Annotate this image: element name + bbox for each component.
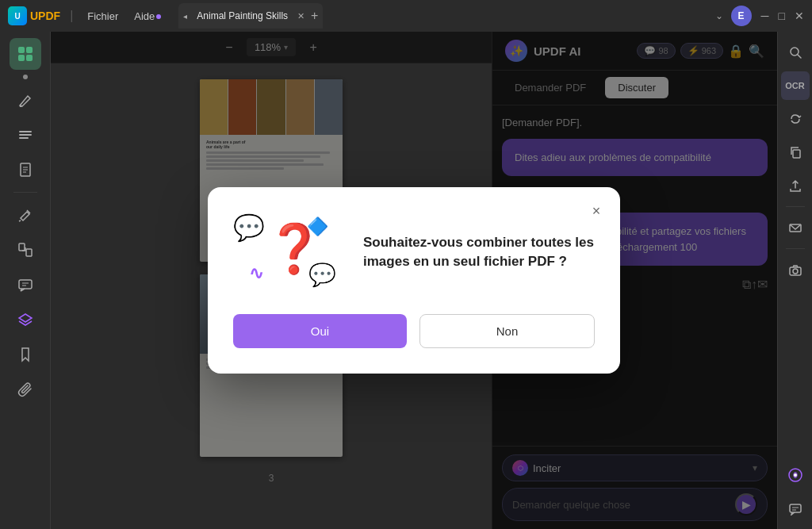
rt-icon-chat-ext[interactable] — [781, 494, 810, 523]
updf-logo-icon: U — [8, 6, 27, 25]
confirm-button[interactable]: Oui — [233, 314, 407, 348]
app-name: UPDF — [30, 10, 60, 22]
sidebar-item-comment[interactable] — [10, 269, 41, 301]
avatar[interactable]: E — [731, 6, 752, 26]
sidebar-item-edit[interactable] — [10, 199, 41, 231]
rt-icon-mail[interactable] — [781, 213, 810, 242]
menu-fichier[interactable]: Fichier — [82, 7, 123, 25]
tab-close-button[interactable]: ✕ — [297, 11, 304, 21]
svg-rect-13 — [19, 243, 25, 251]
app-logo: U UPDF — [8, 6, 60, 25]
cube-icon: 🔷 — [307, 217, 328, 237]
minimize-button[interactable]: ─ — [761, 10, 769, 22]
modal-buttons: Oui Non — [233, 314, 595, 348]
titlebar: U UPDF | Fichier Aide ◂ Animal Painting … — [0, 0, 812, 32]
titlebar-right: ⌄ E ─ □ ✕ — [715, 6, 804, 26]
cancel-button[interactable]: Non — [419, 314, 595, 348]
sidebar-item-brush[interactable] — [10, 84, 41, 116]
maximize-button[interactable]: □ — [779, 10, 785, 22]
rt-icon-upload[interactable] — [781, 171, 810, 200]
svg-rect-14 — [26, 249, 32, 256]
content-area: − 118% ▾ + — [51, 32, 777, 529]
chat-yellow-icon: 💬 — [233, 213, 265, 243]
sidebar-divider-1 — [13, 192, 37, 193]
sidebar-dot-1 — [23, 75, 28, 79]
sidebar-item-bookmark[interactable] — [10, 339, 41, 370]
svg-line-19 — [798, 55, 801, 58]
modal-question: Souhaitez-vous combiner toutes les image… — [363, 233, 595, 271]
dropdown-arrow-icon[interactable]: ⌄ — [715, 10, 723, 21]
tab-bar: ◂ Animal Painting Skills ✕ + — [178, 3, 323, 29]
sidebar-item-home[interactable] — [10, 38, 41, 70]
right-toolbar: OCR — [777, 32, 812, 529]
modal-close-button[interactable]: × — [585, 200, 607, 222]
rt-divider-2 — [786, 248, 805, 249]
svg-rect-20 — [793, 150, 800, 158]
rt-icon-copy[interactable] — [781, 138, 810, 167]
svg-rect-3 — [26, 55, 33, 61]
chat-green-icon: 💬 — [308, 262, 336, 288]
modal-overlay: × 💬 ❓ 🔷 💬 ∿ Souh — [51, 32, 777, 529]
svg-point-23 — [793, 269, 798, 274]
squiggle-icon: ∿ — [249, 263, 263, 284]
left-sidebar — [0, 32, 51, 529]
svg-rect-26 — [790, 504, 801, 512]
rt-icon-search[interactable] — [781, 38, 810, 67]
modal-icon-area: 💬 ❓ 🔷 💬 ∿ — [233, 213, 344, 292]
modal-dialog: × 💬 ❓ 🔷 💬 ∿ Souh — [208, 187, 620, 374]
svg-rect-1 — [26, 47, 33, 53]
rt-icon-ocr[interactable]: OCR — [781, 71, 810, 100]
aide-dot — [156, 14, 161, 19]
sidebar-item-attachment[interactable] — [10, 374, 41, 405]
tab-arrow-left[interactable]: ◂ — [183, 12, 187, 21]
svg-point-25 — [794, 473, 797, 477]
titlebar-separator: | — [70, 9, 73, 23]
sidebar-item-merge[interactable] — [10, 234, 41, 266]
svg-rect-0 — [18, 47, 25, 53]
tab-title: Animal Painting Skills — [192, 10, 293, 21]
sidebar-item-document[interactable] — [10, 154, 41, 186]
rt-icon-refresh[interactable] — [781, 105, 810, 133]
svg-line-12 — [19, 220, 21, 221]
modal-content: 💬 ❓ 🔷 💬 ∿ Souhaitez-vous combiner toutes… — [233, 213, 595, 292]
sidebar-item-layers[interactable] — [10, 304, 41, 335]
svg-rect-15 — [19, 280, 32, 289]
rt-ai-ext-button[interactable] — [781, 461, 810, 489]
modal-text-area: Souhaitez-vous combiner toutes les image… — [363, 233, 595, 271]
menu-aide[interactable]: Aide — [129, 7, 166, 25]
rt-icon-camera[interactable] — [781, 255, 810, 284]
main-layout: − 118% ▾ + — [0, 32, 812, 529]
close-button[interactable]: ✕ — [795, 10, 804, 22]
sidebar-item-list[interactable] — [10, 119, 41, 151]
svg-rect-2 — [18, 55, 25, 61]
tab-add-button[interactable]: + — [311, 9, 318, 23]
rt-divider — [786, 206, 805, 207]
